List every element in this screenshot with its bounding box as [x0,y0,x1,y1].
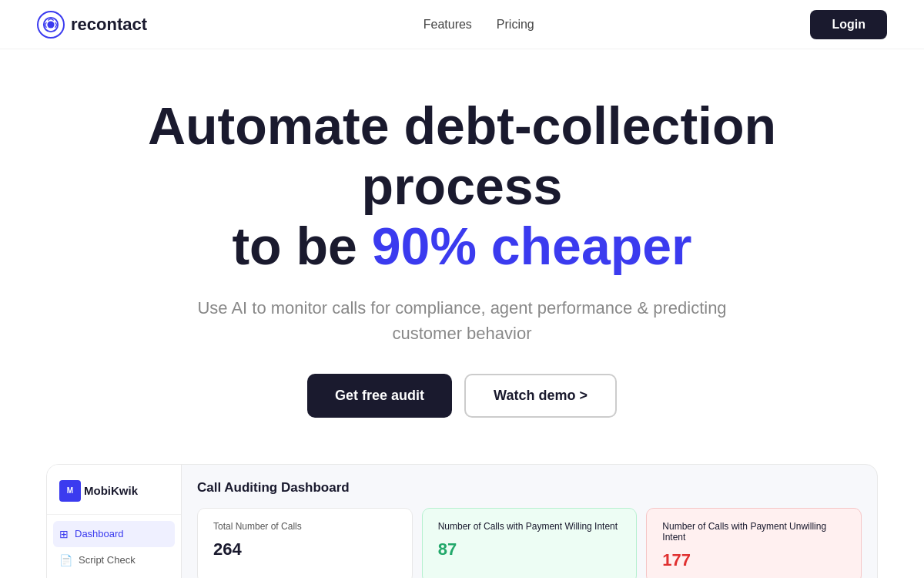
sidebar-item-script-check[interactable]: 📄 Script Check [47,547,181,573]
sidebar: M MobiKwik ⊞ Dashboard 📄 Script Check ⏱ … [47,465,182,578]
card-total-calls: Total Number of Calls 264 [197,508,413,578]
mobikwik-icon: M [59,480,81,502]
hero-buttons: Get free audit Watch demo > [37,374,887,418]
svg-point-1 [47,21,54,28]
nav-links: Features Pricing [424,18,534,32]
logo-icon [37,11,65,39]
script-icon: 📄 [59,554,72,566]
card-value-total: 264 [213,539,397,560]
card-value-unwilling: 177 [662,550,845,570]
nav-pricing[interactable]: Pricing [497,18,534,32]
dashboard-title: Call Auditing Dashboard [197,480,862,496]
dashboard-preview: M MobiKwik ⊞ Dashboard 📄 Script Check ⏱ … [46,464,878,578]
card-unwilling: Number of Calls with Payment Unwilling I… [646,508,862,578]
hero-section: Automate debt-collection process to be 9… [0,49,924,442]
cards-row-1: Total Number of Calls 264 Number of Call… [197,508,862,578]
cta-secondary-button[interactable]: Watch demo > [464,374,617,418]
nav-features[interactable]: Features [424,18,472,32]
login-button[interactable]: Login [810,10,887,39]
sidebar-item-dashboard[interactable]: ⊞ Dashboard [53,521,175,547]
mobikwik-logo: M MobiKwik [59,480,169,502]
logo-text: recontact [71,15,147,35]
sidebar-brand: M MobiKwik [47,477,181,515]
sidebar-item-abuse-check[interactable]: ⏱ Abuse Check [47,573,181,578]
card-willing: Number of Calls with Payment Willing Int… [422,508,638,578]
dashboard-content: Call Auditing Dashboard Total Number of … [182,465,877,578]
hero-subtitle: Use AI to monitor calls for compliance, … [192,295,732,346]
card-label-unwilling: Number of Calls with Payment Unwilling I… [662,521,845,543]
card-label-willing: Number of Calls with Payment Willing Int… [438,521,621,532]
card-value-willing: 87 [438,539,621,560]
dashboard-icon: ⊞ [59,528,69,540]
hero-accent: 90% cheaper [372,217,692,275]
card-label-total: Total Number of Calls [213,521,397,532]
navbar: recontact Features Pricing Login [0,0,924,49]
hero-title: Automate debt-collection process to be 9… [92,96,832,277]
logo: recontact [37,11,147,39]
cta-primary-button[interactable]: Get free audit [307,374,452,418]
